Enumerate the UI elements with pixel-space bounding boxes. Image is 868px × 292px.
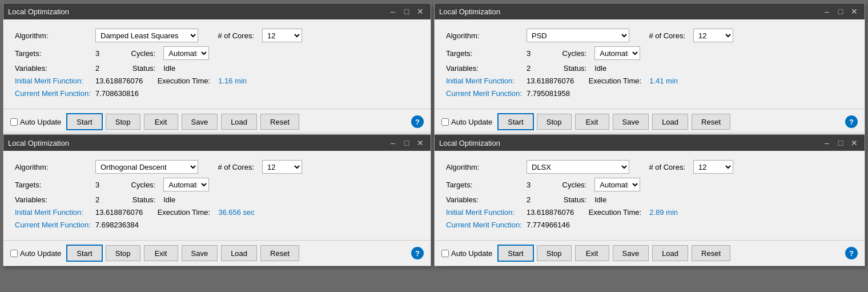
exit-button-win4[interactable]: Exit bbox=[575, 245, 609, 261]
initial-merit-value-win1: 13.618876076 bbox=[95, 77, 143, 85]
auto-update-checkbox-win1[interactable] bbox=[10, 118, 18, 126]
maximize-button-win2[interactable]: □ bbox=[835, 6, 846, 17]
current-merit-row-win1: Current Merit Function: 7.708630816 bbox=[15, 89, 419, 98]
cores-select-win3[interactable]: 12 bbox=[262, 160, 302, 174]
cores-select-win2[interactable]: 12 bbox=[693, 29, 733, 42]
close-button-win4[interactable]: ✕ bbox=[849, 137, 860, 149]
reset-button-win3[interactable]: Reset bbox=[260, 245, 299, 261]
initial-merit-value-win3: 13.618876076 bbox=[95, 208, 143, 217]
title-bar-controls-win1: – □ ✕ bbox=[387, 6, 426, 17]
variables-label-win2: Variables: bbox=[446, 64, 523, 73]
variables-value-win4: 2 bbox=[527, 195, 531, 204]
cores-label-win2: # of Cores: bbox=[633, 31, 690, 40]
title-bar-win2: Local Optimization – □ ✕ bbox=[435, 3, 865, 19]
auto-update-label-win1: Auto Update bbox=[20, 118, 61, 126]
algorithm-row-win2: Algorithm: PSD # of Cores: 12 bbox=[446, 29, 853, 42]
targets-label-win1: Targets: bbox=[15, 49, 92, 58]
algorithm-row-win3: Algorithm: Orthogonal Descent # of Cores… bbox=[15, 160, 419, 174]
current-merit-row-win2: Current Merit Function: 7.795081958 bbox=[446, 89, 853, 98]
stop-button-win1[interactable]: Stop bbox=[106, 114, 140, 130]
variables-row-win2: Variables: 2 Status: Idle bbox=[446, 64, 853, 73]
stop-button-win3[interactable]: Stop bbox=[106, 245, 140, 261]
maximize-button-win1[interactable]: □ bbox=[401, 6, 412, 17]
execution-time-value-win4: 2.89 min bbox=[649, 208, 678, 217]
save-button-win1[interactable]: Save bbox=[182, 114, 218, 130]
window-win2: Local Optimization – □ ✕ Algorithm: PSD … bbox=[434, 3, 865, 135]
status-label-win1: Status: bbox=[103, 64, 160, 73]
close-button-win2[interactable]: ✕ bbox=[849, 6, 860, 17]
targets-value-win1: 3 bbox=[95, 49, 99, 58]
maximize-button-win3[interactable]: □ bbox=[401, 137, 412, 149]
stop-button-win2[interactable]: Stop bbox=[537, 114, 572, 130]
close-button-win3[interactable]: ✕ bbox=[415, 137, 426, 149]
start-button-win3[interactable]: Start bbox=[67, 245, 102, 261]
cycles-select-win3[interactable]: Automatic bbox=[163, 178, 209, 191]
algorithm-label-win1: Algorithm: bbox=[15, 31, 92, 40]
auto-update-label-win2: Auto Update bbox=[451, 118, 492, 126]
start-button-win2[interactable]: Start bbox=[498, 114, 533, 130]
close-button-win1[interactable]: ✕ bbox=[415, 6, 426, 17]
minimize-button-win4[interactable]: – bbox=[821, 137, 833, 149]
maximize-button-win4[interactable]: □ bbox=[835, 137, 846, 149]
stop-button-win4[interactable]: Stop bbox=[537, 245, 572, 261]
cycles-select-win4[interactable]: Automatic bbox=[594, 178, 640, 191]
cycles-label-win2: Cycles: bbox=[534, 49, 591, 58]
help-button-win1[interactable]: ? bbox=[411, 115, 424, 128]
help-button-win4[interactable]: ? bbox=[845, 247, 858, 259]
cycles-select-win1[interactable]: Automatic bbox=[163, 46, 209, 60]
exit-button-win3[interactable]: Exit bbox=[144, 245, 178, 261]
cycles-label-win3: Cycles: bbox=[103, 181, 160, 189]
auto-update-checkbox-win3[interactable] bbox=[10, 250, 18, 257]
auto-update-wrap-win3: Auto Update bbox=[10, 249, 61, 258]
cores-select-win1[interactable]: 12 bbox=[262, 29, 302, 42]
current-merit-value-win4: 7.774966146 bbox=[527, 221, 570, 229]
window-title-win4: Local Optimization bbox=[439, 139, 500, 147]
variables-row-win4: Variables: 2 Status: Idle bbox=[446, 195, 853, 204]
algorithm-select-win3[interactable]: Orthogonal Descent bbox=[95, 160, 198, 174]
initial-merit-row-win1: Initial Merit Function: 13.618876076 Exe… bbox=[15, 77, 419, 85]
execution-time-value-win3: 36.656 sec bbox=[218, 208, 255, 217]
status-value-win4: Idle bbox=[594, 195, 606, 204]
save-button-win3[interactable]: Save bbox=[182, 245, 218, 261]
algorithm-select-win4[interactable]: DLSX bbox=[527, 160, 629, 174]
minimize-button-win1[interactable]: – bbox=[387, 6, 399, 17]
variables-row-win1: Variables: 2 Status: Idle bbox=[15, 64, 419, 73]
reset-button-win4[interactable]: Reset bbox=[692, 245, 730, 261]
save-button-win4[interactable]: Save bbox=[613, 245, 649, 261]
load-button-win4[interactable]: Load bbox=[652, 245, 688, 261]
current-merit-value-win2: 7.795081958 bbox=[527, 89, 570, 98]
cores-select-win4[interactable]: 12 bbox=[693, 160, 733, 174]
algorithm-select-win2[interactable]: PSD bbox=[527, 29, 629, 42]
title-bar-win4: Local Optimization – □ ✕ bbox=[435, 135, 865, 151]
cores-label-win3: # of Cores: bbox=[202, 163, 259, 171]
help-button-win3[interactable]: ? bbox=[411, 247, 424, 259]
load-button-win3[interactable]: Load bbox=[221, 245, 257, 261]
auto-update-checkbox-win2[interactable] bbox=[441, 118, 449, 126]
load-button-win1[interactable]: Load bbox=[221, 114, 257, 130]
exit-button-win2[interactable]: Exit bbox=[575, 114, 609, 130]
title-bar-controls-win3: – □ ✕ bbox=[387, 137, 426, 149]
status-label-win3: Status: bbox=[103, 195, 160, 204]
help-button-win2[interactable]: ? bbox=[845, 115, 858, 128]
variables-label-win3: Variables: bbox=[15, 195, 92, 204]
status-label-win2: Status: bbox=[534, 64, 591, 73]
algorithm-select-win1[interactable]: Damped Least Squares bbox=[95, 29, 198, 42]
start-button-win4[interactable]: Start bbox=[498, 245, 533, 261]
reset-button-win1[interactable]: Reset bbox=[260, 114, 299, 130]
load-button-win2[interactable]: Load bbox=[652, 114, 688, 130]
title-bar-controls-win2: – □ ✕ bbox=[821, 6, 860, 17]
auto-update-checkbox-win4[interactable] bbox=[441, 250, 449, 257]
start-button-win1[interactable]: Start bbox=[67, 114, 102, 130]
targets-value-win3: 3 bbox=[95, 181, 99, 189]
title-bar-win1: Local Optimization – □ ✕ bbox=[3, 3, 431, 19]
minimize-button-win3[interactable]: – bbox=[387, 137, 399, 149]
cycles-select-win2[interactable]: Automatic bbox=[594, 46, 640, 60]
save-button-win2[interactable]: Save bbox=[613, 114, 649, 130]
minimize-button-win2[interactable]: – bbox=[821, 6, 833, 17]
current-merit-row-win4: Current Merit Function: 7.774966146 bbox=[446, 221, 853, 229]
algorithm-label-win3: Algorithm: bbox=[15, 163, 92, 171]
exit-button-win1[interactable]: Exit bbox=[144, 114, 178, 130]
reset-button-win2[interactable]: Reset bbox=[692, 114, 730, 130]
targets-label-win2: Targets: bbox=[446, 49, 523, 58]
title-bar-win3: Local Optimization – □ ✕ bbox=[3, 135, 431, 151]
